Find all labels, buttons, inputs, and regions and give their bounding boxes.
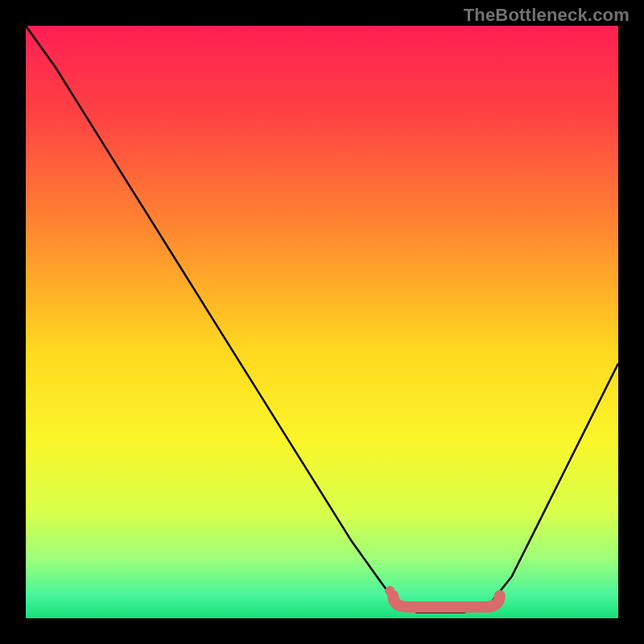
plot-area bbox=[26, 26, 618, 618]
chart-svg bbox=[26, 26, 618, 618]
chart-frame: TheBottleneck.com bbox=[0, 0, 644, 644]
highlight-dot bbox=[385, 586, 394, 596]
gradient-background bbox=[26, 26, 618, 618]
watermark-text: TheBottleneck.com bbox=[464, 5, 630, 26]
